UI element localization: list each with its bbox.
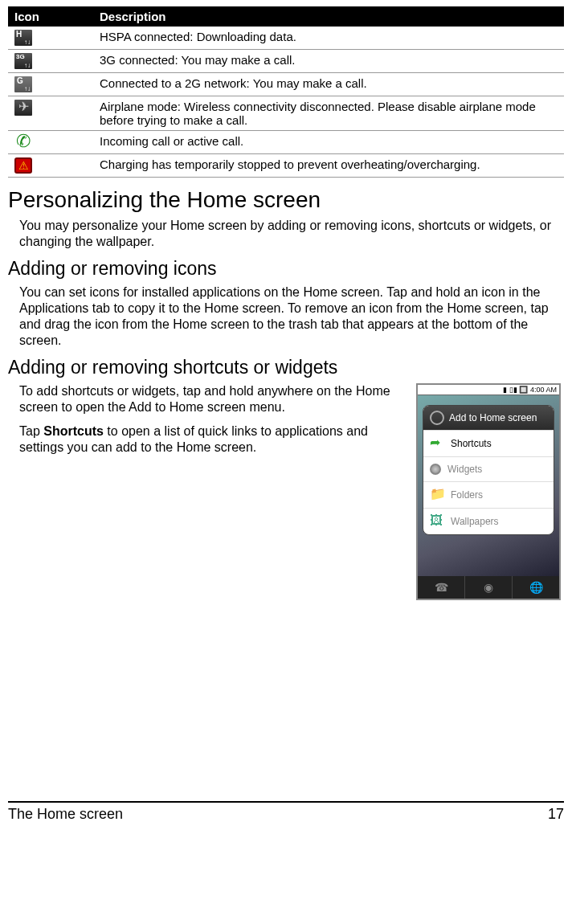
- phone-screenshot: ▮ ▯▮ 🔲 4:00 AM Add to Home screen: [416, 383, 561, 600]
- signal-bars-icon: ▯▮: [509, 386, 517, 394]
- section-heading-personalizing: Personalizing the Home screen: [8, 187, 564, 213]
- phone-nav-dialer-icon: ☎: [418, 576, 465, 599]
- table-row: Airplane mode: Wireless connectivity dis…: [8, 96, 564, 131]
- table-row: HSPA connected: Downloading data.: [8, 27, 564, 50]
- signal-icon: ▮: [503, 386, 507, 394]
- row-description: HSPA connected: Downloading data.: [93, 27, 564, 50]
- col-header-description: Description: [93, 6, 564, 27]
- footer-title: The Home screen: [8, 806, 123, 823]
- col-header-icon: Icon: [8, 6, 93, 27]
- page-footer: The Home screen 17: [8, 801, 564, 823]
- dialog-title-bar: Add to Home screen: [423, 406, 554, 430]
- phone-nav-apps-icon: ◉: [465, 576, 513, 599]
- wallpaper-icon: [430, 515, 444, 528]
- three-g-icon: [14, 53, 32, 69]
- row-description: Connected to a 2G network: You may make …: [93, 73, 564, 96]
- row-description: Airplane mode: Wireless connectivity dis…: [93, 96, 564, 131]
- incoming-call-icon: [14, 134, 32, 150]
- dialog-row-label: Shortcuts: [451, 438, 492, 449]
- section-body: You may personalize your Home screen by …: [19, 218, 564, 250]
- dialog-row-widgets[interactable]: Widgets: [423, 456, 554, 481]
- dialog-row-folders[interactable]: Folders: [423, 481, 554, 508]
- overheat-warning-icon: [14, 157, 32, 174]
- row-description: Incoming call or active call.: [93, 131, 564, 154]
- dialog-row-label: Folders: [451, 489, 483, 501]
- hspa-icon: [14, 30, 32, 46]
- dialog-title: Add to Home screen: [449, 412, 537, 423]
- dialog-row-label: Widgets: [447, 464, 482, 475]
- footer-page-number: 17: [548, 806, 564, 823]
- two-g-icon: [14, 76, 32, 92]
- table-row: 3G connected: You may make a call.: [8, 50, 564, 73]
- section-heading-shortcuts: Adding or removing shortcuts or widgets: [8, 357, 564, 378]
- section-body: Tap Shortcuts to open a list of quick li…: [19, 423, 405, 456]
- shortcuts-keyword: Shortcuts: [43, 424, 104, 438]
- add-to-home-dialog: Add to Home screen Shortcuts Widgets: [423, 405, 554, 535]
- add-icon: [430, 411, 444, 425]
- icon-description-table: Icon Description HSPA connected: Downloa…: [8, 6, 564, 178]
- widget-icon: [430, 464, 441, 475]
- table-row: Connected to a 2G network: You may make …: [8, 73, 564, 96]
- section-body: You can set icons for installed applicat…: [19, 284, 564, 349]
- table-row: Incoming call or active call.: [8, 131, 564, 154]
- dialog-row-wallpapers[interactable]: Wallpapers: [423, 508, 554, 534]
- row-description: 3G connected: You may make a call.: [93, 50, 564, 73]
- shortcut-icon: [430, 437, 444, 450]
- section-heading-icons: Adding or removing icons: [8, 258, 564, 280]
- row-description: Charging has temporarily stopped to prev…: [93, 154, 564, 178]
- folder-icon: [430, 489, 444, 501]
- battery-icon: 🔲: [519, 386, 528, 394]
- table-row: Charging has temporarily stopped to prev…: [8, 154, 564, 178]
- status-time: 4:00 AM: [530, 386, 557, 394]
- phone-nav-browser-icon: 🌐: [513, 576, 559, 599]
- dialog-row-shortcuts[interactable]: Shortcuts: [423, 430, 554, 456]
- phone-bottom-bar: ☎ ◉ 🌐: [418, 576, 559, 599]
- section-body: To add shortcuts or widgets, tap and hol…: [19, 383, 405, 415]
- dialog-row-label: Wallpapers: [451, 516, 499, 527]
- phone-status-bar: ▮ ▯▮ 🔲 4:00 AM: [418, 385, 559, 395]
- airplane-mode-icon: [14, 100, 32, 116]
